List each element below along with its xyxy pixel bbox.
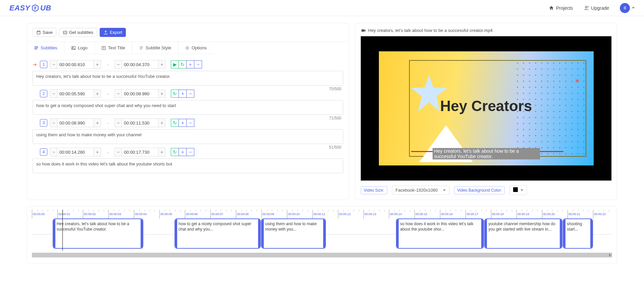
time-increase[interactable]: + (158, 60, 165, 69)
chevron-down-icon[interactable] (632, 7, 635, 9)
add-button[interactable]: + (186, 60, 194, 68)
add-button[interactable]: + (179, 148, 187, 156)
video-bg-select[interactable] (509, 185, 527, 195)
svg-rect-4 (35, 47, 38, 48)
tab-subtitles[interactable]: Subtitles (27, 42, 64, 54)
user-avatar[interactable]: 8 (620, 3, 630, 13)
subtitle-text-input[interactable]: using them and how to make money with yo… (33, 129, 343, 144)
start-time-input[interactable] (57, 118, 94, 127)
delete-button[interactable]: − (186, 148, 194, 156)
end-time-input[interactable] (122, 89, 158, 98)
export-icon (103, 30, 108, 35)
timeline-ruler[interactable]: 00:00:0000:00:0100:00:0200:00:0300:00:04… (32, 210, 612, 218)
subtitle-text-input[interactable]: so how does it work in this video let's … (33, 158, 343, 173)
tab-logo[interactable]: Logo (64, 42, 95, 54)
timeline-clip[interactable]: using them and how to make money with yo… (261, 218, 326, 249)
time-decrease[interactable]: − (114, 89, 122, 98)
save-icon (36, 30, 41, 35)
get-subtitles-button[interactable]: Get subtitles (59, 28, 97, 37)
video-caption: Hey creators, let's talk about how to be… (433, 148, 540, 159)
end-time: −+ (114, 148, 165, 156)
time-decrease[interactable]: − (114, 60, 122, 69)
end-time-input[interactable] (122, 118, 158, 127)
time-increase[interactable]: + (158, 118, 165, 127)
time-increase[interactable]: + (158, 89, 165, 98)
logo[interactable]: EASY UB (9, 4, 51, 12)
char-counter: 71/500 (329, 116, 341, 120)
play-button[interactable]: ▶ (171, 60, 179, 68)
start-time-input[interactable] (57, 148, 94, 156)
end-time: −+ (114, 118, 165, 127)
timeline-clips[interactable]: Hey creators, let's talk about how to be… (32, 218, 612, 250)
save-button[interactable]: Save (33, 28, 56, 37)
start-time-input[interactable] (57, 89, 94, 98)
add-button[interactable]: + (179, 119, 187, 127)
loop-button[interactable]: ↻ (179, 60, 187, 68)
svg-point-0 (586, 6, 587, 8)
loop-button[interactable]: ↻ (171, 119, 179, 127)
subtitle-row: 4−+-−+↻+−so how does it work in this vid… (33, 148, 343, 174)
video-size-select[interactable]: Facebook-1920x1080 (392, 186, 450, 195)
tab-subtitle-style[interactable]: Subtitle Style (132, 42, 178, 54)
start-time-input[interactable] (57, 60, 94, 69)
ruler-tick: 00:00:15 (414, 210, 440, 218)
subtitle-text-input[interactable]: how to get a nicely composed shot super … (33, 100, 343, 115)
ruler-tick: 00:00:06 (185, 210, 210, 218)
video-size-label: Video Size: (361, 186, 387, 194)
active-row-icon: ➔ (33, 62, 37, 67)
loop-button[interactable]: ↻ (171, 90, 179, 98)
time-decrease[interactable]: − (50, 60, 57, 69)
row-index[interactable]: 3 (40, 119, 47, 127)
end-time-input[interactable] (122, 148, 158, 156)
time-decrease[interactable]: − (50, 89, 57, 98)
time-decrease[interactable]: − (50, 148, 57, 156)
subtitle-text-input[interactable]: Hey creators, let's talk about how to be… (33, 71, 343, 86)
playhead[interactable] (62, 210, 63, 251)
timeline-clip[interactable]: so how does it work in this video let's … (396, 218, 484, 249)
end-time-input[interactable] (122, 60, 158, 69)
export-label: Export (110, 30, 122, 35)
loop-button[interactable]: ↻ (171, 148, 179, 156)
row-actions: ↻+− (171, 90, 194, 98)
timeline-clip[interactable]: shooting start... (563, 218, 593, 249)
time-decrease[interactable]: − (114, 148, 122, 156)
tab-text-title-label: Text Title (108, 45, 125, 50)
time-increase[interactable]: + (94, 89, 101, 98)
timeline-clip[interactable]: how to get a nicely composed shot super … (175, 218, 261, 249)
time-decrease[interactable]: − (114, 118, 122, 127)
time-increase[interactable]: + (158, 148, 165, 156)
row-index[interactable]: 4 (40, 148, 47, 156)
time-increase[interactable]: + (94, 148, 101, 156)
row-index[interactable]: 2 (40, 90, 47, 97)
start-time: −+ (50, 60, 101, 69)
row-index[interactable]: 1 (40, 61, 47, 68)
nav-upgrade[interactable]: Upgrade (584, 5, 609, 11)
subtitle-row: 2−+-−+↻+−how to get a nicely composed sh… (33, 89, 343, 116)
timeline-scrollbar[interactable] (32, 253, 612, 257)
upgrade-icon (584, 5, 589, 11)
end-time: −+ (114, 89, 165, 98)
tab-options[interactable]: Options (178, 42, 213, 54)
time-decrease[interactable]: − (50, 118, 57, 127)
ruler-tick: 00:00:01 (57, 210, 83, 218)
nav-projects[interactable]: Projects (549, 5, 573, 11)
tab-text-title[interactable]: Text Title (95, 42, 132, 54)
timeline-panel: 00:00:0000:00:0100:00:0200:00:0300:00:04… (27, 206, 617, 264)
tab-subtitles-label: Subtitles (41, 45, 57, 50)
subtitle-list[interactable]: ➔1−+-−+▶↻+−Hey creators, let's talk abou… (27, 54, 349, 188)
timeline-clip[interactable]: Hey creators, let's talk about how to be… (53, 218, 144, 249)
ruler-tick: 00:00:07 (210, 210, 236, 218)
row-actions: ▶↻+− (171, 60, 202, 68)
export-button[interactable]: Export (100, 28, 126, 37)
timeline-clip[interactable]: youtube channel membership how do you ge… (484, 218, 562, 249)
time-increase[interactable]: + (94, 60, 101, 69)
delete-button[interactable]: − (186, 90, 194, 98)
video-player[interactable]: ✶ Hey Creators Hey creators, let's talk … (361, 36, 611, 181)
cc-icon (63, 30, 67, 35)
time-increase[interactable]: + (94, 118, 101, 127)
delete-button[interactable]: − (186, 119, 194, 127)
add-button[interactable]: + (179, 90, 187, 98)
preview-panel: Hey creators, let's talk about how to be… (355, 23, 617, 200)
delete-button[interactable]: − (194, 60, 202, 68)
ruler-tick: 00:00:08 (236, 210, 261, 218)
